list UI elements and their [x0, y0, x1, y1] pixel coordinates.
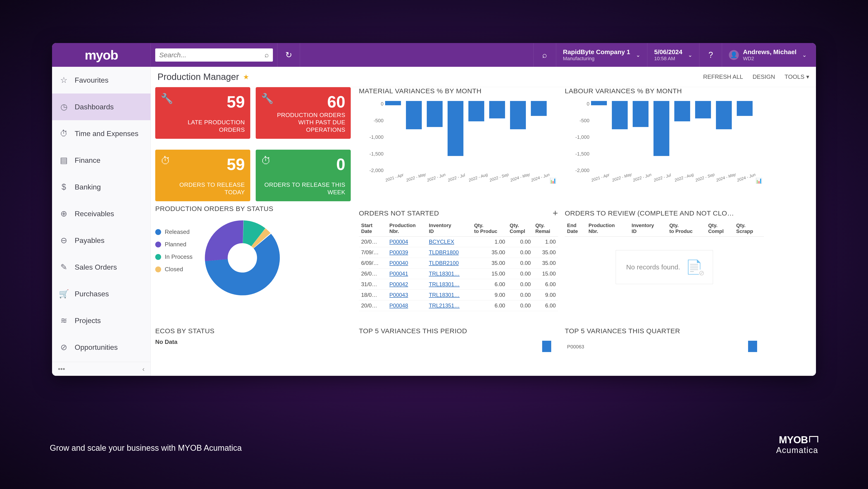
- chart-icon[interactable]: 📊: [550, 178, 556, 184]
- cell-date: 18/0…: [359, 289, 387, 300]
- bar: [385, 101, 401, 105]
- y-tick: -2,000: [370, 167, 383, 174]
- column-header[interactable]: Qty.to Produc: [667, 221, 706, 236]
- swatch: [155, 254, 161, 260]
- sidebar-item-label: Banking: [75, 183, 101, 191]
- table-row[interactable]: 20/0…P00048TRL21351…6.000.006.00: [359, 300, 558, 311]
- column-header[interactable]: Qty.Remai: [533, 221, 558, 236]
- date-selector[interactable]: 5/06/2024 10:58 AM ⌄: [647, 43, 700, 67]
- search-input[interactable]: [159, 51, 265, 59]
- sidebar-item-projects[interactable]: ≋Projects: [52, 307, 151, 334]
- page-toolbar: REFRESH ALL DESIGN TOOLS ▾: [703, 73, 809, 80]
- column-header[interactable]: ProductionNbr.: [586, 221, 629, 236]
- global-search-icon[interactable]: ⌕: [533, 43, 556, 67]
- production-link[interactable]: P00004: [390, 239, 408, 245]
- company-selector[interactable]: RapidByte Company 1 Manufacturing ⌄: [556, 43, 647, 67]
- production-link[interactable]: P00042: [390, 281, 408, 287]
- cell-qty-remain: 6.00: [533, 300, 558, 311]
- y-tick: -1,500: [576, 151, 589, 157]
- column-header[interactable]: InventoryID: [427, 221, 472, 236]
- sidebar-item-opportunities[interactable]: ⊘Opportunities: [52, 334, 151, 361]
- sidebar-item-sales-orders[interactable]: ✎Sales Orders: [52, 254, 151, 280]
- cell-qty-remain: 15.00: [533, 268, 558, 279]
- column-header[interactable]: Qty.Scrapp: [734, 221, 764, 236]
- legend-label: In Process: [165, 253, 192, 261]
- table-row[interactable]: 31/0…P00042TRL18301…6.000.006.00: [359, 279, 558, 289]
- sidebar: ☆Favourites◷Dashboards⏱Time and Expenses…: [52, 67, 151, 376]
- production-link[interactable]: P00040: [390, 260, 408, 266]
- user-menu[interactable]: 👤 Andrews, Michael WD2 ⌄: [722, 43, 816, 67]
- column-header[interactable]: EndDate: [565, 221, 586, 236]
- kpi-card[interactable]: 🔧59LATE PRODUCTION ORDERS: [155, 87, 250, 139]
- column-header[interactable]: InventoryID: [629, 221, 667, 236]
- inventory-link[interactable]: TRL18301…: [429, 281, 460, 287]
- cell-qty-produce: 35.00: [472, 247, 507, 257]
- sidebar-item-favourites[interactable]: ☆Favourites: [52, 67, 151, 93]
- y-tick: 0: [381, 101, 383, 107]
- orders-not-started-table: StartDateProductionNbr.InventoryIDQty.to…: [359, 221, 558, 311]
- column-header[interactable]: Qty.Compl: [706, 221, 734, 236]
- help-icon[interactable]: ?: [700, 43, 722, 67]
- production-link[interactable]: P00039: [390, 249, 408, 255]
- kpi-card[interactable]: ⏱0ORDERS TO RELEASE THIS WEEK: [256, 150, 351, 201]
- sidebar-item-payables[interactable]: ⊖Payables: [52, 227, 151, 254]
- cell-date: 7/09/…: [359, 247, 387, 257]
- column-header[interactable]: StartDate: [359, 221, 387, 236]
- sidebar-item-dashboards[interactable]: ◷Dashboards: [52, 93, 151, 120]
- tools-button[interactable]: TOOLS ▾: [784, 73, 809, 80]
- bar: [510, 101, 526, 129]
- inventory-link[interactable]: TRL18301…: [429, 271, 460, 277]
- production-link[interactable]: P00041: [390, 271, 408, 277]
- column-header[interactable]: Qty.Compl: [507, 221, 533, 236]
- sidebar-item-purchases[interactable]: 🛒Purchases: [52, 280, 151, 307]
- refresh-all-button[interactable]: REFRESH ALL: [703, 73, 743, 80]
- table-row[interactable]: 26/0…P00041TRL18301…15.000.0015.00: [359, 268, 558, 279]
- footer-tagline: Grow and scale your business with MYOB A…: [50, 443, 242, 453]
- collapse-icon[interactable]: ‹: [142, 365, 145, 373]
- more-icon[interactable]: •••: [58, 365, 65, 373]
- cell-date: 20/0…: [359, 300, 387, 311]
- cell-qty-complete: 0.00: [507, 300, 533, 311]
- inventory-link[interactable]: TRL21351…: [429, 302, 460, 309]
- cell-qty-complete: 0.00: [507, 268, 533, 279]
- sidebar-item-time-and-expenses[interactable]: ⏱Time and Expenses: [52, 120, 151, 147]
- kpi-card[interactable]: ⏱59ORDERS TO RELEASE TODAY: [155, 150, 250, 201]
- inventory-link[interactable]: BCYCLEX: [429, 239, 454, 245]
- inventory-link[interactable]: TLDBR1800: [429, 249, 459, 255]
- inventory-link[interactable]: TRL18301…: [429, 292, 460, 298]
- production-link[interactable]: P00043: [390, 292, 408, 298]
- sidebar-item-banking[interactable]: $Banking: [52, 174, 151, 201]
- no-records-message: No records found. 📄⊘: [616, 250, 713, 284]
- orders-to-review-table: EndDateProductionNbr.InventoryIDQty.to P…: [565, 221, 764, 237]
- bar: [695, 101, 711, 118]
- column-header[interactable]: ProductionNbr.: [387, 221, 427, 236]
- chart-icon[interactable]: 📊: [755, 178, 762, 184]
- table-row[interactable]: 18/0…P00043TRL18301…9.000.009.00: [359, 289, 558, 300]
- kpi-card[interactable]: 🔧60PRODUCTION ORDERS WITH PAST DUE OPERA…: [256, 87, 351, 139]
- x-tick: 2024 - May: [509, 174, 526, 183]
- sidebar-item-finance[interactable]: ▤Finance: [52, 147, 151, 174]
- table-row[interactable]: 6/09/…P00040TLDBR210035.000.0035.00: [359, 257, 558, 268]
- kpi-value: 59: [227, 93, 245, 111]
- production-link[interactable]: P00048: [390, 302, 408, 309]
- inventory-link[interactable]: TLDBR2100: [429, 260, 459, 266]
- sidebar-item-receivables[interactable]: ⊕Receivables: [52, 201, 151, 227]
- bar: [737, 101, 753, 116]
- bar: [447, 101, 463, 156]
- cell-prod-nbr: P00048: [387, 300, 427, 311]
- y-tick: -500: [374, 118, 383, 124]
- favourite-star-icon[interactable]: ★: [243, 73, 249, 81]
- design-button[interactable]: DESIGN: [753, 73, 775, 80]
- table-row[interactable]: 20/0…P00004BCYCLEX1.000.001.00: [359, 236, 558, 247]
- table-row[interactable]: 7/09/…P00039TLDBR180035.000.0035.00: [359, 247, 558, 257]
- refresh-icon[interactable]: ↻: [277, 43, 300, 67]
- sidebar-footer: ••• ‹: [52, 362, 151, 376]
- search-icon[interactable]: ⌕: [265, 51, 269, 59]
- swatch: [155, 267, 161, 272]
- search-box[interactable]: ⌕: [155, 49, 273, 62]
- column-header[interactable]: Qty.to Produc: [472, 221, 507, 236]
- topbar: myob ⌕ ↻ ⌕ RapidByte Company 1 Manufactu…: [52, 43, 816, 67]
- bar: [653, 101, 669, 156]
- add-icon[interactable]: +: [553, 208, 558, 218]
- top5-period-panel: TOP 5 VARIANCES THIS PERIOD: [359, 327, 558, 352]
